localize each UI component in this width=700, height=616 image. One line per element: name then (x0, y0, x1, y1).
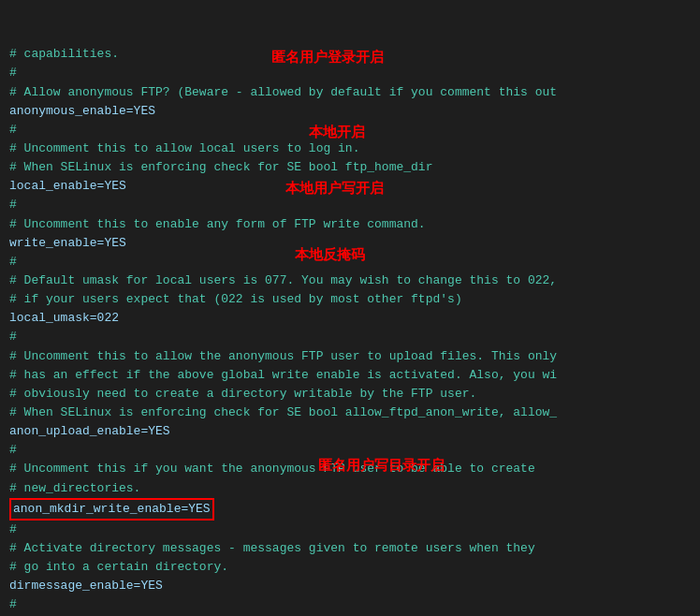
highlighted-code: anon_mkdir_write_enable=YES (9, 498, 214, 521)
code-line: # go into a certain directory. (9, 558, 691, 577)
code-line: # When SELinux is enforcing check for SE… (9, 403, 691, 422)
code-line: # Uncomment this to allow the anonymous … (9, 347, 691, 366)
code-line: # Uncomment this to allow local users to… (9, 139, 691, 158)
code-line: # Allow anonymous FTP? (Beware - allowed… (9, 83, 691, 102)
code-line: # (9, 64, 691, 82)
code-line: # (9, 521, 691, 539)
code-line: # Uncomment this if you want the anonymo… (9, 460, 691, 478)
code-line: # (9, 121, 691, 139)
code-line: # (9, 253, 691, 271)
code-line: write_enable=YES (9, 234, 691, 253)
code-line: # new_directories. (9, 479, 691, 498)
code-line: # has an effect if the above global writ… (9, 366, 691, 385)
code-line: # Uncomment this to enable any form of F… (9, 215, 691, 234)
code-line: # capabilities. (9, 45, 691, 64)
code-editor: # capabilities.## Allow anonymous FTP? (… (0, 0, 700, 616)
code-line: local_enable=YES (9, 177, 691, 196)
code-line: local_umask=022 (9, 309, 691, 328)
code-line: dirmessage_enable=YES (9, 577, 691, 595)
code-line: anonymous_enable=YES (9, 102, 691, 121)
code-line: # Activate directory messages - messages… (9, 539, 691, 558)
code-line: anon_upload_enable=YES (9, 422, 691, 441)
code-line: # Default umask for local users is 077. … (9, 271, 691, 290)
code-line: # obviously need to create a directory w… (9, 385, 691, 403)
code-line: # (9, 328, 691, 346)
code-line: anon_mkdir_write_enable=YES (9, 498, 691, 521)
code-line: # (9, 196, 691, 214)
code-line: # (9, 441, 691, 460)
code-line: # When SELinux is enforcing check for SE… (9, 158, 691, 177)
code-line: # if your users expect that (022 is used… (9, 290, 691, 309)
code-line: # (9, 595, 691, 614)
